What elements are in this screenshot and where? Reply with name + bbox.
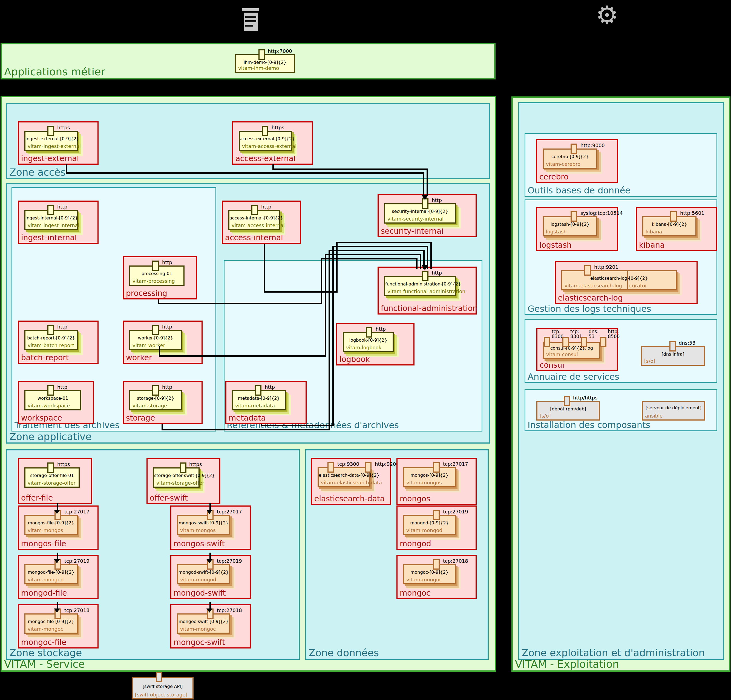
group-elasticsearch-log: elasticsearch-log-[0-9]{2} vitam-elastic…: [555, 261, 697, 304]
node-box: [serveur de déploiement] ansible: [642, 401, 705, 421]
connector-segment: [329, 250, 425, 251]
node-box: elasticsearch-log-[0-9]{2} vitam-elastic…: [561, 270, 677, 290]
connector-segment: [264, 244, 265, 292]
zone-label: Outils bases de donnée: [528, 185, 631, 196]
group-label: access-internal: [225, 233, 283, 242]
port-label: http: [376, 326, 386, 332]
group-mongod: mongod-[0-9]{2} vitam-mongod tcp:27019 m…: [396, 506, 477, 550]
connector-segment: [336, 242, 432, 243]
group-label: offer-swift: [150, 493, 188, 503]
port-http9200: [365, 462, 371, 473]
port-label: tcp:27017: [217, 509, 242, 515]
group-workspace: workspace-01 vitam-workspace http worksp…: [18, 381, 94, 424]
group-label: security-internal: [381, 226, 443, 235]
connector-segment: [325, 254, 421, 255]
node-name: processing-01: [130, 271, 183, 276]
node-host: kibana: [646, 229, 662, 235]
deployment-diagram: ⚙ Applications métier http:7000 ihm-demo…: [0, 0, 731, 700]
port-label: http:9000: [580, 143, 605, 148]
port-label: http:9200: [375, 461, 399, 467]
node-box: mongod-file-[0-9]{2} vitam-mongod: [24, 564, 78, 584]
node-name: mongoc-file-[0-9]{2}: [25, 619, 77, 624]
arrowhead: [421, 195, 428, 200]
group-metadata: metadata-[0-9]{2} vitam-metadata http me…: [225, 381, 307, 424]
node-name: ingest-internal-[0-9]{2}: [25, 215, 77, 221]
port-label: tcp:: [570, 329, 579, 334]
node-host: vitam-mongoc: [28, 626, 63, 632]
group-label: metadata: [229, 413, 266, 422]
port: [433, 462, 440, 473]
port-label: http: [162, 384, 172, 390]
panel-label: VITAM - Exploitation: [515, 658, 619, 670]
zone-label: Gestion des logs techniques: [528, 304, 651, 314]
gear-icon: ⚙: [596, 0, 618, 30]
connector-segment: [66, 172, 424, 174]
node-host: vitam-mongod: [180, 577, 216, 582]
connector-segment: [427, 169, 428, 196]
node-box: mongos-[0-9]{2} vitam-mongos: [403, 467, 456, 487]
node-host: vitam-mongod: [28, 577, 64, 582]
port: [156, 672, 162, 682]
node-host: vitam-worker: [132, 343, 165, 348]
zone-label: Zone exploitation et d'administration: [521, 647, 705, 658]
group-mongoc: mongoc-[0-9]{2} vitam-mongoc tcp:27018 m…: [396, 555, 477, 599]
node-name: mongod-[0-9]{2}: [404, 520, 455, 525]
node-part-curator: curator: [629, 283, 647, 288]
group-batch-report: batch-report-[0-9]{2} vitam-batch-report…: [18, 321, 98, 364]
node-serveur-deploiement: [serveur de déploiement] ansible: [642, 401, 705, 421]
port-label: tcp:27019: [65, 558, 90, 564]
port: [258, 49, 265, 60]
group-ingest-external: ingest-external-[0-9]{2} vitam-ingest-ex…: [18, 121, 98, 165]
port-label: http: [432, 197, 442, 203]
group-mongos: mongos-[0-9]{2} vitam-mongos tcp:27017 m…: [396, 458, 477, 505]
group-mongos-swift: mongos-swift-[0-9]{2} vitam-mongos tcp:2…: [170, 506, 251, 550]
port: [251, 205, 258, 215]
port-label: http: [162, 259, 172, 265]
node-name: mongoc-[0-9]{2}: [404, 569, 455, 575]
node-name: mongos-file-[0-9]{2}: [25, 520, 77, 525]
port-label: http: [57, 204, 68, 210]
group-label: elasticsearch-log: [558, 293, 623, 303]
group-label: workspace: [21, 413, 62, 422]
connector-segment: [416, 258, 417, 269]
node-name: worker-[0-9]{2}: [130, 335, 181, 341]
port-label: http:: [608, 329, 619, 334]
node-host: vitam-access-external: [242, 143, 297, 149]
node-host: vitam-logbook: [346, 345, 382, 350]
group-label: mongod-swift: [173, 588, 226, 597]
node-host: vitam-mongos: [406, 480, 442, 485]
node-name: access-external-[0-9]{2}: [240, 136, 291, 141]
zone-label: Zone applicative: [9, 431, 91, 442]
port-dns53: [581, 337, 587, 347]
node-host: vitam-elasticsearch-data: [321, 480, 382, 485]
port-label: http:5601: [680, 210, 705, 216]
port-label: https: [189, 461, 202, 467]
port: [564, 396, 570, 406]
port: [152, 385, 159, 396]
group-offer-swift: storage-offer-swift-[0-9]{2} vitam-stora…: [147, 458, 220, 504]
node-box: mongoc-[0-9]{2} vitam-mongoc: [403, 564, 456, 584]
group-label: worker: [126, 353, 152, 362]
group-label: mongod: [400, 539, 431, 548]
port: [152, 325, 159, 335]
port-label: tcp:27017: [443, 461, 468, 467]
node-host: vitam-cerebro: [546, 161, 580, 167]
node-host: vitam-storage-offer: [156, 480, 204, 486]
port-label: tcp:27019: [217, 558, 242, 564]
group-mongos-file: mongos-file-[0-9]{2} vitam-mongos tcp:27…: [18, 506, 98, 550]
node-name: storage-offer-file-01: [25, 473, 79, 478]
node-box: mongos-file-[0-9]{2} vitam-mongos: [24, 515, 78, 535]
group-worker: worker-[0-9]{2} vitam-worker http worker: [123, 321, 203, 364]
node-ihm-demo: http:7000 ihm-demo-[0-9]{2} vitam-ihm-de…: [235, 49, 295, 73]
node-box: cerebro-[0-9]{2} vitam-cerebro: [543, 149, 597, 169]
node-name: logbook-[0-9]{2}: [344, 338, 393, 343]
node-box: functional-administration-[0-9]{2} vitam…: [384, 276, 456, 296]
group-label: mongos-file: [21, 539, 66, 548]
node-name: security-internal-[0-9]{2}: [385, 209, 455, 214]
connector-segment: [261, 425, 334, 426]
port-label: https: [57, 125, 70, 131]
zone-label: Installation des composants: [528, 420, 650, 430]
node-box: mongod-[0-9]{2} vitam-mongod: [403, 515, 456, 535]
node-depot-rpm-deb: http/https [dépôt rpm/deb] [s/o]: [536, 396, 600, 421]
port: [47, 325, 54, 335]
